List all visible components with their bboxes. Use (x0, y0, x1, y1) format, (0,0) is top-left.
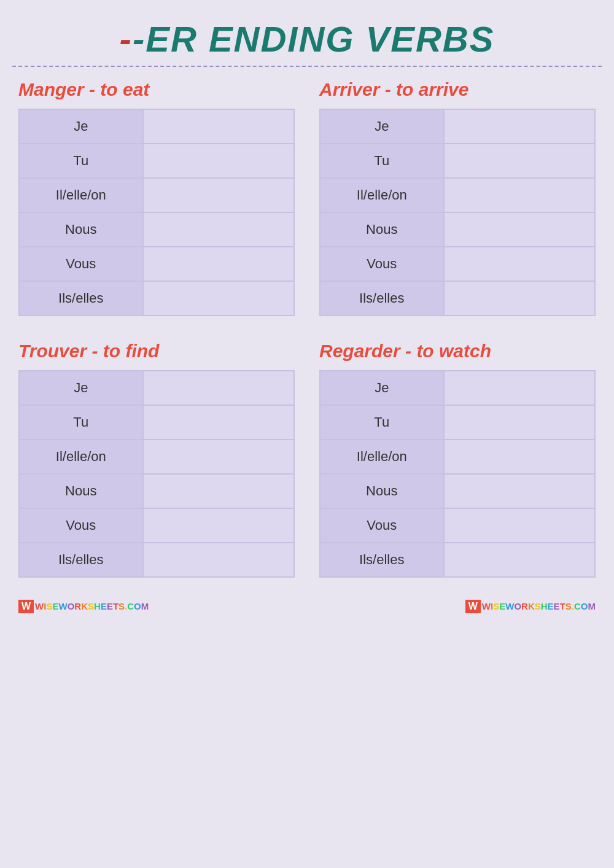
pronoun: Nous (19, 212, 143, 247)
table-row: Vous (19, 247, 294, 281)
table-row: Ils/elles (19, 281, 294, 316)
table-row: Tu (19, 144, 294, 178)
pronoun: Je (320, 371, 444, 405)
conjugation (444, 543, 595, 577)
pronoun: Vous (320, 247, 444, 281)
table-row: Nous (320, 474, 595, 508)
conjugation (143, 371, 294, 405)
pronoun: Tu (19, 405, 143, 440)
table-row: Tu (19, 405, 294, 440)
pronoun: Ils/elles (320, 281, 444, 316)
conjugation (143, 109, 294, 144)
divider (12, 66, 602, 67)
pronoun: Il/elle/on (19, 178, 143, 212)
table-row: Vous (19, 508, 294, 543)
conjugation (143, 144, 294, 178)
conjugation (444, 281, 595, 316)
pronoun: Nous (19, 474, 143, 508)
conjugation (143, 405, 294, 440)
verb-arriver-title: Arriver - to arrive (319, 79, 596, 100)
table-row: Ils/elles (19, 543, 294, 577)
table-row: Je (19, 371, 294, 405)
footer-left: WWISEWORKSHEETS.COM (18, 600, 149, 613)
pronoun: Tu (320, 405, 444, 440)
verb-manger-title: Manger - to eat (18, 79, 295, 100)
table-row: Je (320, 371, 595, 405)
table-row: Vous (320, 247, 595, 281)
pronoun: Il/elle/on (320, 178, 444, 212)
conjugation (143, 508, 294, 543)
pronoun: Tu (320, 144, 444, 178)
pronoun: Nous (320, 474, 444, 508)
table-row: Il/elle/on (19, 178, 294, 212)
footer: WWISEWORKSHEETS.COM WWISEWORKSHEETS.COM (12, 596, 602, 617)
table-row: Il/elle/on (320, 440, 595, 474)
arriver-table: Je Tu Il/elle/on Nous Vous Ils/elles (319, 109, 596, 316)
table-row: Je (19, 109, 294, 144)
conjugation (444, 405, 595, 440)
regarder-table: Je Tu Il/elle/on Nous Vous Ils/elles (319, 370, 596, 578)
verb-arriver: Arriver - to arrive Je Tu Il/elle/on Nou… (319, 79, 596, 316)
conjugation (444, 440, 595, 474)
conjugation (143, 440, 294, 474)
manger-table: Je Tu Il/elle/on Nous Vous Ils/elles (18, 109, 295, 316)
pronoun: Tu (19, 144, 143, 178)
verb-trouver: Trouver - to find Je Tu Il/elle/on Nous … (18, 341, 295, 578)
conjugation (444, 144, 595, 178)
conjugation (444, 212, 595, 247)
conjugation (444, 109, 595, 144)
table-row: Nous (320, 212, 595, 247)
pronoun: Il/elle/on (19, 440, 143, 474)
pronoun: Ils/elles (19, 543, 143, 577)
conjugation (143, 474, 294, 508)
table-row: Tu (320, 405, 595, 440)
pronoun: Vous (320, 508, 444, 543)
verb-regarder-title: Regarder - to watch (319, 341, 596, 362)
conjugation (444, 371, 595, 405)
table-row: Ils/elles (320, 281, 595, 316)
pronoun: Il/elle/on (320, 440, 444, 474)
conjugation (143, 281, 294, 316)
pronoun: Ils/elles (320, 543, 444, 577)
verb-manger: Manger - to eat Je Tu Il/elle/on Nous Vo… (18, 79, 295, 316)
verb-regarder: Regarder - to watch Je Tu Il/elle/on Nou… (319, 341, 596, 578)
table-row: Tu (320, 144, 595, 178)
table-row: Je (320, 109, 595, 144)
conjugation (143, 178, 294, 212)
table-row: Nous (19, 474, 294, 508)
pronoun: Je (19, 371, 143, 405)
footer-right: WWISEWORKSHEETS.COM (465, 600, 596, 613)
conjugation (444, 474, 595, 508)
verb-trouver-title: Trouver - to find (18, 341, 295, 362)
verbs-grid: Manger - to eat Je Tu Il/elle/on Nous Vo… (12, 79, 602, 578)
pronoun: Vous (19, 247, 143, 281)
conjugation (143, 543, 294, 577)
pronoun: Nous (320, 212, 444, 247)
pronoun: Ils/elles (19, 281, 143, 316)
pronoun: Je (320, 109, 444, 144)
page-title: --ER ENDING VERBS (120, 18, 495, 60)
trouver-table: Je Tu Il/elle/on Nous Vous Ils/elles (18, 370, 295, 578)
pronoun: Vous (19, 508, 143, 543)
table-row: Il/elle/on (320, 178, 595, 212)
conjugation (143, 212, 294, 247)
conjugation (444, 508, 595, 543)
table-row: Nous (19, 212, 294, 247)
table-row: Il/elle/on (19, 440, 294, 474)
pronoun: Je (19, 109, 143, 144)
table-row: Vous (320, 508, 595, 543)
conjugation (444, 178, 595, 212)
conjugation (143, 247, 294, 281)
table-row: Ils/elles (320, 543, 595, 577)
conjugation (444, 247, 595, 281)
